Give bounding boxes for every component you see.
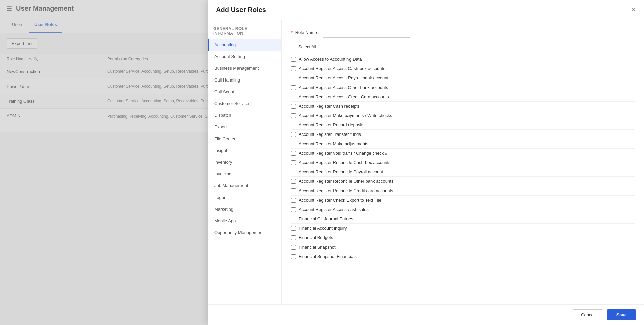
modal-header: Add User Roles ✕ (208, 0, 644, 20)
select-all-checkbox[interactable] (291, 45, 296, 49)
permission-item: Account Register Cash receipts (291, 102, 635, 111)
perm-checkbox-19[interactable] (291, 235, 296, 240)
modal-title: Add User Roles (216, 6, 266, 14)
perm-checkbox-18[interactable] (291, 226, 296, 231)
nav-item-mobile-app[interactable]: Mobile App (208, 215, 281, 227)
perm-label: Financial Snapshot (299, 245, 336, 250)
permission-item: Financial Budgets (291, 233, 635, 242)
nav-item-account-setting[interactable]: Account Setting (208, 51, 281, 62)
perm-checkbox-17[interactable] (291, 217, 296, 221)
role-name-row: * Role Name : (291, 27, 635, 38)
close-button[interactable]: ✕ (631, 6, 636, 14)
perm-checkbox-16[interactable] (291, 207, 296, 212)
perm-checkbox-15[interactable] (291, 198, 296, 203)
modal-body: General Role Information Accounting Acco… (208, 20, 644, 304)
nav-item-logon[interactable]: Logon (208, 192, 281, 203)
perm-checkbox-10[interactable] (291, 151, 296, 156)
perm-checkbox-21[interactable] (291, 254, 296, 259)
perm-label: Account Register Reconcile Credit card a… (299, 188, 393, 193)
perm-checkbox-6[interactable] (291, 113, 296, 118)
perm-checkbox-7[interactable] (291, 123, 296, 127)
perm-checkbox-8[interactable] (291, 132, 296, 137)
perm-checkbox-14[interactable] (291, 188, 296, 193)
perm-checkbox-3[interactable] (291, 85, 296, 90)
permission-item: Account Register Make payments / Write c… (291, 111, 635, 120)
nav-item-export[interactable]: Export (208, 121, 281, 133)
nav-item-file-center[interactable]: File Center (208, 133, 281, 145)
select-all-row: Select All (291, 44, 635, 49)
perm-checkbox-0[interactable] (291, 57, 296, 62)
nav-item-dispatch[interactable]: Dispatch (208, 109, 281, 121)
perm-label: Financial Account Inquiry (299, 226, 347, 231)
perm-checkbox-9[interactable] (291, 142, 296, 146)
permission-item: Account Register Access Credit Card acco… (291, 92, 635, 102)
perm-label: Account Register Access Payroll bank acc… (299, 75, 388, 80)
nav-item-invoicing[interactable]: Invoicing (208, 168, 281, 180)
nav-item-opportunity-management[interactable]: Opportunity Management (208, 227, 281, 238)
perm-label: Account Register Void trans / Change che… (299, 151, 387, 156)
save-button[interactable]: Save (607, 309, 636, 320)
right-content: * Role Name : Select All Allow Access to… (282, 20, 644, 304)
nav-item-accounting[interactable]: Accounting (208, 39, 281, 51)
perm-label: Account Register Cash receipts (299, 104, 360, 109)
general-info-label: General Role Information (208, 23, 281, 39)
perm-checkbox-1[interactable] (291, 66, 296, 71)
perm-label: Account Register Access Cash-box account… (299, 66, 385, 71)
permission-item: Account Register Reconcile Other bank ac… (291, 177, 635, 186)
left-nav: General Role Information Accounting Acco… (208, 20, 282, 304)
permission-item: Financial GL Journal Entries (291, 214, 635, 224)
perm-label: Account Register Make adjustments (299, 141, 368, 146)
perm-label: Account Register Access Credit Card acco… (299, 94, 389, 99)
perm-label: Account Register Make payments / Write c… (299, 113, 392, 118)
perm-label: Financial Snapshot Financials (299, 254, 357, 259)
permission-item: Account Register Access Cash-box account… (291, 64, 635, 73)
background-page: ☰ User Management Users User Roles Expor… (0, 0, 644, 325)
permission-item: Financial Account Inquiry (291, 224, 635, 233)
perm-label: Financial Budgets (299, 235, 333, 240)
permission-item: Financial Snapshot Financials (291, 252, 635, 261)
perm-checkbox-4[interactable] (291, 95, 296, 99)
nav-item-call-script[interactable]: Call Script (208, 86, 281, 98)
nav-item-call-handling[interactable]: Call Handling (208, 74, 281, 86)
nav-item-inventory[interactable]: Inventory (208, 156, 281, 168)
perm-checkbox-13[interactable] (291, 179, 296, 184)
permission-item: Account Register Record deposits (291, 120, 635, 130)
permissions-list: Allow Access to Accounting DataAccount R… (291, 55, 635, 261)
nav-item-insight[interactable]: Insight (208, 145, 281, 156)
permission-item: Account Register Reconcile Cash-box acco… (291, 158, 635, 167)
permission-item: Account Register Access cash sales (291, 205, 635, 214)
perm-label: Account Register Check Export to Text Fi… (299, 198, 381, 203)
perm-checkbox-5[interactable] (291, 104, 296, 109)
perm-label: Account Register Reconcile Cash-box acco… (299, 160, 391, 165)
required-star: * (291, 30, 293, 35)
perm-label: Account Register Transfer funds (299, 132, 361, 137)
permission-item: Account Register Check Export to Text Fi… (291, 196, 635, 205)
permission-item: Allow Access to Accounting Data (291, 55, 635, 64)
perm-label: Account Register Reconcile Other bank ac… (299, 179, 393, 184)
nav-item-customer-service[interactable]: Customer Service (208, 98, 281, 109)
permission-item: Account Register Access Payroll bank acc… (291, 73, 635, 83)
perm-label: Account Register Access cash sales (299, 207, 369, 212)
modal-footer: Cancel Save (208, 304, 644, 325)
perm-label: Allow Access to Accounting Data (299, 57, 362, 62)
cancel-button[interactable]: Cancel (573, 309, 603, 320)
role-name-input[interactable] (323, 27, 410, 38)
permission-item: Account Register Reconcile Payroll accou… (291, 167, 635, 177)
permission-item: Account Register Reconcile Credit card a… (291, 186, 635, 196)
permission-item: Account Register Access Other bank accou… (291, 83, 635, 92)
add-user-roles-modal: Add User Roles ✕ General Role Informatio… (208, 0, 644, 325)
perm-checkbox-12[interactable] (291, 170, 296, 174)
nav-item-business-management[interactable]: Business Management (208, 62, 281, 74)
permission-item: Account Register Make adjustments (291, 139, 635, 149)
nav-item-marketing[interactable]: Marketing (208, 203, 281, 215)
perm-checkbox-11[interactable] (291, 160, 296, 165)
perm-checkbox-20[interactable] (291, 245, 296, 250)
permission-item: Account Register Transfer funds (291, 130, 635, 139)
perm-label: Account Register Record deposits (299, 122, 365, 127)
perm-label: Account Register Access Other bank accou… (299, 85, 388, 90)
permission-item: Account Register Void trans / Change che… (291, 149, 635, 158)
perm-checkbox-2[interactable] (291, 76, 296, 80)
overlay (0, 0, 209, 325)
perm-label: Financial GL Journal Entries (299, 216, 353, 221)
nav-item-job-management[interactable]: Job Management (208, 180, 281, 192)
